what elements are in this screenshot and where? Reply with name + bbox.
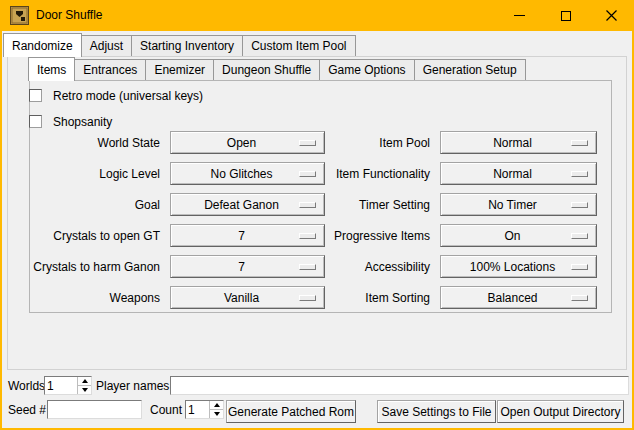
count-spin-buttons	[209, 401, 223, 418]
minimize-icon	[514, 10, 525, 21]
item-pool-dropdown[interactable]: Normal	[440, 131, 597, 154]
spin-down-button[interactable]	[78, 385, 91, 394]
dropdown-indicator-icon	[571, 233, 588, 239]
seed-label: Seed #	[8, 403, 46, 417]
logic-level-label: Logic Level	[8, 167, 160, 181]
tab-enemizer[interactable]: Enemizer	[145, 59, 214, 80]
spin-down-button[interactable]	[210, 409, 223, 418]
item-functionality-label: Item Functionality	[280, 167, 430, 181]
progressive-items-label: Progressive Items	[280, 229, 430, 243]
retro-mode-label: Retro mode (universal keys)	[53, 89, 203, 103]
tab-custom-item-pool[interactable]: Custom Item Pool	[242, 35, 355, 56]
maximize-icon	[561, 11, 571, 21]
dropdown-indicator-icon	[571, 202, 588, 208]
item-sorting-label: Item Sorting	[280, 291, 430, 305]
main-tab-bar: Randomize Adjust Starting Inventory Cust…	[3, 33, 355, 56]
maximize-button[interactable]	[543, 0, 588, 31]
close-icon	[606, 10, 617, 21]
timer-setting-label: Timer Setting	[280, 198, 430, 212]
close-button[interactable]	[589, 0, 634, 31]
worlds-spinbox	[44, 376, 92, 395]
progressive-items-dropdown[interactable]: On	[440, 224, 597, 247]
dropdown-indicator-icon	[571, 264, 588, 270]
app-icon	[10, 6, 29, 25]
dropdown-indicator-icon	[571, 295, 588, 301]
worlds-input[interactable]	[45, 377, 77, 394]
world-state-label: World State	[8, 136, 160, 150]
tab-entrances[interactable]: Entrances	[74, 59, 146, 80]
tab-items[interactable]: Items	[28, 57, 75, 81]
count-spinbox	[185, 400, 224, 419]
dropdown-indicator-icon	[571, 171, 588, 177]
item-functionality-dropdown[interactable]: Normal	[440, 162, 597, 185]
title-bar: Door Shuffle	[0, 0, 634, 31]
timer-setting-dropdown[interactable]: No Timer	[440, 193, 597, 216]
count-label: Count	[140, 403, 182, 417]
dropdown-indicator-icon	[571, 140, 588, 146]
count-input[interactable]	[186, 401, 209, 418]
app-window: Door Shuffle Randomize Adjust Starting I…	[0, 0, 634, 430]
item-pool-label: Item Pool	[280, 136, 430, 150]
spin-down-icon	[82, 388, 88, 392]
shopsanity-label: Shopsanity	[53, 115, 112, 129]
worlds-label: Worlds	[8, 379, 45, 393]
spin-up-button[interactable]	[78, 377, 91, 385]
worlds-spin-buttons	[77, 377, 91, 394]
goal-label: Goal	[8, 198, 160, 212]
spin-up-icon	[82, 379, 88, 383]
save-settings-button[interactable]: Save Settings to File	[377, 400, 496, 423]
weapons-label: Weapons	[8, 291, 160, 305]
accessibility-dropdown[interactable]: 100% Locations	[440, 255, 597, 278]
crystals-open-gt-label: Crystals to open GT	[8, 229, 160, 243]
randomize-sub-tab-bar: Items Entrances Enemizer Dungeon Shuffle…	[28, 57, 525, 80]
tab-randomize[interactable]: Randomize	[3, 33, 82, 57]
window-title: Door Shuffle	[36, 8, 103, 22]
spin-up-button[interactable]	[210, 401, 223, 409]
shopsanity-checkbox[interactable]	[29, 115, 42, 128]
spin-up-icon	[214, 403, 220, 407]
seed-input[interactable]	[47, 400, 142, 419]
generate-patched-rom-button[interactable]: Generate Patched Rom	[226, 400, 356, 423]
spin-down-icon	[214, 412, 220, 416]
minimize-button[interactable]	[497, 0, 542, 31]
tab-starting-inventory[interactable]: Starting Inventory	[131, 35, 243, 56]
tab-dungeon-shuffle[interactable]: Dungeon Shuffle	[213, 59, 320, 80]
tab-adjust[interactable]: Adjust	[81, 35, 132, 56]
crystals-harm-ganon-label: Crystals to harm Ganon	[8, 260, 160, 274]
tab-game-options[interactable]: Game Options	[319, 59, 414, 80]
retro-mode-checkbox[interactable]	[29, 89, 42, 102]
player-names-label: Player names	[96, 379, 169, 393]
item-sorting-dropdown[interactable]: Balanced	[440, 286, 597, 309]
open-output-directory-button[interactable]: Open Output Directory	[497, 400, 624, 423]
tab-generation-setup[interactable]: Generation Setup	[414, 59, 526, 80]
accessibility-label: Accessibility	[280, 260, 430, 274]
player-names-input[interactable]	[170, 376, 629, 395]
